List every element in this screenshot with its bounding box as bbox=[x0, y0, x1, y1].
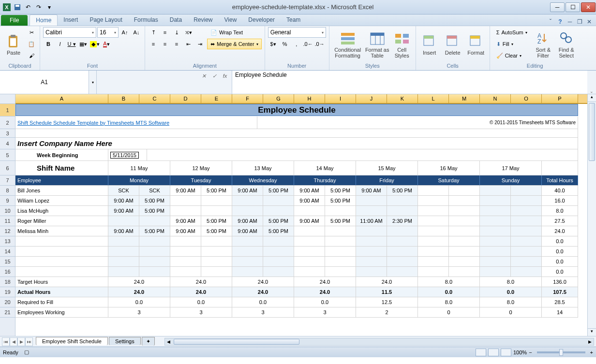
tab-data[interactable]: Data bbox=[164, 15, 188, 26]
shift-end-cell[interactable]: 5:00 PM bbox=[139, 196, 170, 206]
first-sheet-icon[interactable]: ⏮ bbox=[2, 337, 10, 346]
format-table-button[interactable]: Format as Table bbox=[365, 27, 389, 63]
shift-end-cell[interactable] bbox=[387, 257, 418, 267]
shift-end-cell[interactable] bbox=[387, 247, 418, 257]
shift-start-cell[interactable] bbox=[356, 247, 387, 257]
shift-end-cell[interactable]: SCK bbox=[139, 186, 170, 196]
shift-start-cell[interactable] bbox=[356, 226, 387, 236]
shift-start-cell[interactable] bbox=[418, 216, 449, 226]
shift-end-cell[interactable] bbox=[511, 216, 542, 226]
shift-end-cell[interactable] bbox=[325, 257, 356, 267]
bold-button[interactable]: B bbox=[43, 39, 54, 49]
shift-end-cell[interactable]: 5:00 PM bbox=[325, 196, 356, 206]
shift-end-cell[interactable]: 2:30 PM bbox=[387, 216, 418, 226]
summary-label[interactable]: Actual Hours bbox=[15, 287, 108, 297]
shift-start-cell[interactable] bbox=[356, 257, 387, 267]
shift-end-cell[interactable] bbox=[263, 206, 294, 216]
workbook-minimize-icon[interactable]: ─ bbox=[566, 18, 574, 26]
sort-filter-button[interactable]: AZSort & Filter bbox=[533, 27, 554, 63]
shift-end-cell[interactable]: 5:00 PM bbox=[201, 226, 232, 236]
shift-start-cell[interactable] bbox=[108, 267, 139, 277]
title-cell[interactable]: Employee Schedule bbox=[15, 104, 578, 116]
column-header[interactable]: E bbox=[201, 94, 232, 103]
shift-start-cell[interactable]: 9:00 AM bbox=[170, 216, 201, 226]
cancel-formula-icon[interactable]: ✕ bbox=[199, 72, 209, 80]
shift-start-cell[interactable]: 9:00 AM bbox=[170, 226, 201, 236]
shift-start-cell[interactable] bbox=[356, 206, 387, 216]
row-header[interactable]: 3 bbox=[0, 129, 15, 138]
summary-value[interactable]: 8.0 bbox=[480, 297, 542, 307]
employee-name-cell[interactable]: Lisa McHugh bbox=[15, 206, 108, 216]
shift-start-cell[interactable]: 9:00 AM bbox=[294, 186, 325, 196]
cell-styles-button[interactable]: Cell Styles bbox=[391, 27, 413, 63]
last-sheet-icon[interactable]: ⏭ bbox=[25, 337, 33, 346]
total-hours-cell[interactable]: 27.5 bbox=[542, 216, 578, 226]
shift-start-cell[interactable] bbox=[232, 257, 263, 267]
column-header[interactable]: B bbox=[108, 94, 139, 103]
align-middle-icon[interactable]: ≡ bbox=[160, 27, 170, 38]
shift-end-cell[interactable] bbox=[511, 226, 542, 236]
shift-end-cell[interactable] bbox=[449, 236, 480, 247]
shift-end-cell[interactable] bbox=[449, 257, 480, 267]
zoom-level[interactable]: 100% bbox=[513, 349, 527, 355]
number-format-combo[interactable]: General▾ bbox=[268, 27, 326, 38]
shift-start-cell[interactable] bbox=[418, 236, 449, 247]
summary-total[interactable]: 136.0 bbox=[542, 277, 578, 287]
shift-end-cell[interactable] bbox=[449, 196, 480, 206]
shift-start-cell[interactable] bbox=[480, 226, 511, 236]
workbook-restore-icon[interactable]: ❐ bbox=[576, 18, 583, 26]
align-right-icon[interactable]: ≡ bbox=[171, 39, 182, 49]
row-header[interactable]: 14 bbox=[0, 247, 15, 257]
shift-start-cell[interactable] bbox=[294, 226, 325, 236]
shift-end-cell[interactable] bbox=[449, 247, 480, 257]
shift-start-cell[interactable] bbox=[418, 267, 449, 277]
summary-value[interactable]: 0.0 bbox=[418, 287, 480, 297]
total-hours-cell[interactable]: 16.0 bbox=[542, 196, 578, 206]
sheet-tab[interactable]: Settings bbox=[109, 337, 141, 345]
shift-start-cell[interactable]: 9:00 AM bbox=[108, 206, 139, 216]
shift-start-cell[interactable] bbox=[170, 236, 201, 247]
vertical-scrollbar[interactable]: ▴ ▾ bbox=[587, 94, 596, 336]
scroll-right-icon[interactable]: ▶ bbox=[586, 339, 594, 344]
shift-start-cell[interactable] bbox=[418, 206, 449, 216]
summary-value[interactable]: 0 bbox=[418, 307, 480, 318]
workbook-close-icon[interactable]: ✕ bbox=[585, 18, 593, 26]
shift-end-cell[interactable]: 5:00 PM bbox=[139, 206, 170, 216]
shift-end-cell[interactable] bbox=[387, 196, 418, 206]
shift-start-cell[interactable] bbox=[232, 247, 263, 257]
employee-name-cell[interactable] bbox=[15, 236, 108, 247]
column-header[interactable]: G bbox=[263, 94, 294, 103]
shift-end-cell[interactable] bbox=[139, 236, 170, 247]
summary-value[interactable]: 24.0 bbox=[356, 277, 418, 287]
shift-start-cell[interactable] bbox=[108, 257, 139, 267]
percent-icon[interactable]: % bbox=[280, 39, 290, 49]
shift-end-cell[interactable] bbox=[263, 196, 294, 206]
shift-end-cell[interactable] bbox=[387, 236, 418, 247]
row-header[interactable]: 5 bbox=[0, 149, 15, 161]
wrap-text-button[interactable]: 📄Wrap Text bbox=[207, 27, 262, 38]
col-header-employee[interactable]: Employee bbox=[15, 175, 108, 186]
shift-end-cell[interactable] bbox=[263, 247, 294, 257]
maximize-button[interactable]: ☐ bbox=[566, 2, 580, 12]
shift-start-cell[interactable] bbox=[480, 267, 511, 277]
cell[interactable] bbox=[147, 149, 578, 161]
shift-start-cell[interactable] bbox=[170, 247, 201, 257]
shift-end-cell[interactable]: 5:00 PM bbox=[139, 226, 170, 236]
tab-formulas[interactable]: Formulas bbox=[128, 15, 164, 26]
font-color-icon[interactable]: A▾ bbox=[101, 39, 112, 49]
format-painter-icon[interactable]: 🖌 bbox=[26, 50, 37, 61]
shift-start-cell[interactable] bbox=[356, 236, 387, 247]
decrease-indent-icon[interactable]: ⇤ bbox=[183, 39, 194, 49]
shift-end-cell[interactable]: 5:00 PM bbox=[325, 186, 356, 196]
summary-label[interactable]: Required to Fill bbox=[15, 297, 108, 307]
shift-end-cell[interactable]: 5:00 PM bbox=[263, 216, 294, 226]
shift-end-cell[interactable] bbox=[139, 257, 170, 267]
shift-end-cell[interactable] bbox=[387, 226, 418, 236]
total-hours-cell[interactable]: 24.0 bbox=[542, 226, 578, 236]
shift-start-cell[interactable] bbox=[170, 257, 201, 267]
summary-value[interactable]: 12.5 bbox=[356, 297, 418, 307]
date-header[interactable]: 15 May bbox=[356, 161, 418, 175]
qat-customize-icon[interactable]: ▾ bbox=[45, 2, 54, 12]
shift-end-cell[interactable] bbox=[511, 257, 542, 267]
shift-start-cell[interactable]: 11:00 AM bbox=[356, 216, 387, 226]
